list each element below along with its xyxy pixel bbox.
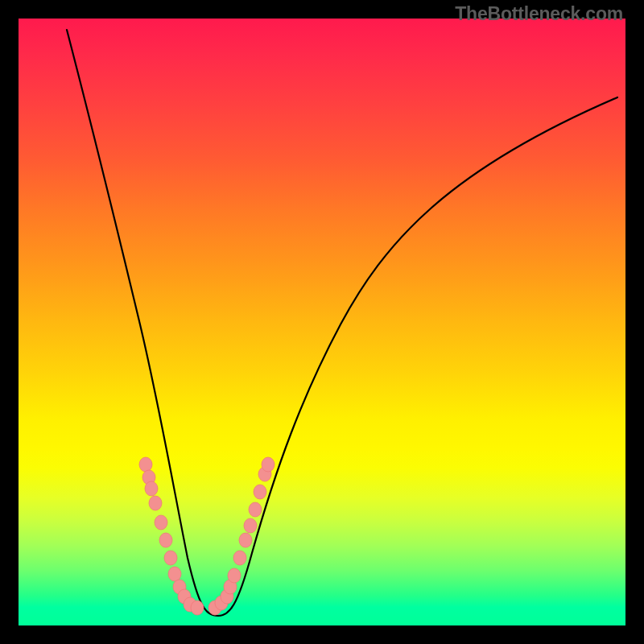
bead-marker — [149, 496, 162, 510]
beads-right-group — [208, 457, 275, 615]
bead-marker — [164, 551, 177, 565]
bead-marker — [249, 502, 262, 517]
bead-marker — [159, 533, 172, 547]
bead-marker — [145, 481, 158, 496]
bead-marker — [139, 457, 152, 472]
bead-marker — [155, 515, 167, 530]
plot-area — [19, 19, 625, 625]
bead-marker — [233, 551, 246, 565]
bottleneck-curve — [67, 30, 617, 616]
bead-marker — [254, 485, 266, 499]
bead-marker — [244, 518, 257, 533]
bead-marker — [191, 601, 204, 615]
bead-marker — [262, 457, 275, 472]
bead-marker — [168, 567, 181, 581]
bead-marker — [239, 533, 252, 547]
chart-svg — [19, 19, 625, 625]
beads-left-group — [139, 457, 204, 615]
bead-marker — [228, 568, 241, 583]
watermark-text: TheBottleneck.com — [455, 3, 623, 25]
